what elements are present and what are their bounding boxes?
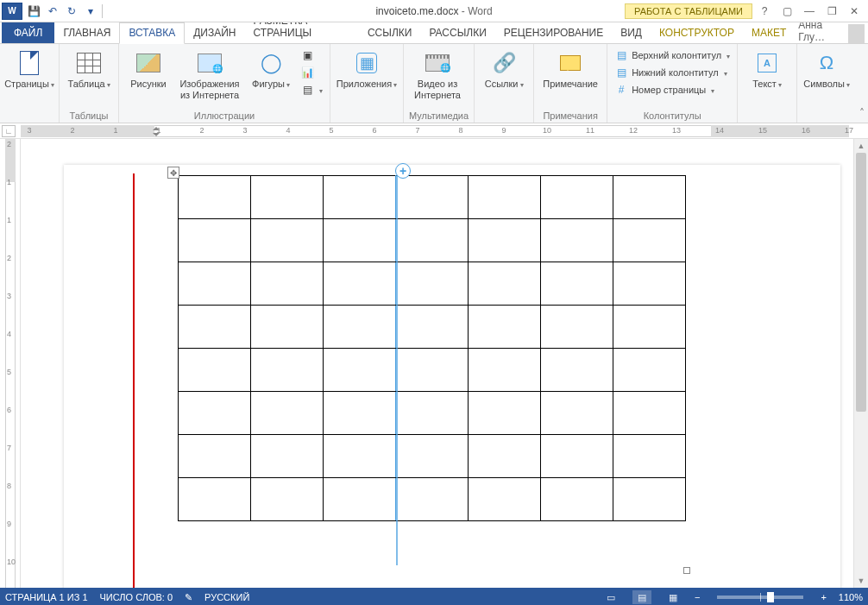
tab-вставка[interactable]: ВСТАВКА — [119, 22, 185, 44]
document-canvas[interactable]: ✥ + — [21, 139, 853, 588]
table-cell[interactable] — [251, 262, 324, 306]
table-cell[interactable] — [179, 219, 251, 262]
shapes-button[interactable]: ◯ Фигуры — [247, 47, 295, 90]
table-cell[interactable] — [541, 306, 613, 349]
table-cell[interactable] — [396, 349, 469, 392]
header-button[interactable]: ▤Верхний колонтитул — [613, 47, 732, 63]
document-table[interactable] — [178, 175, 686, 521]
table-cell[interactable] — [251, 349, 324, 392]
table-cell[interactable] — [179, 392, 251, 435]
table-cell[interactable] — [469, 435, 541, 478]
table-cell[interactable] — [324, 176, 396, 219]
minimize-button[interactable]: — — [799, 3, 820, 20]
tab-рецензирование[interactable]: РЕЦЕНЗИРОВАНИЕ — [495, 23, 612, 43]
footer-button[interactable]: ▤Нижний колонтитул — [613, 65, 732, 80]
table-cell[interactable] — [179, 478, 251, 521]
table-cell[interactable] — [251, 478, 324, 521]
table-cell[interactable] — [613, 219, 686, 262]
view-read-mode[interactable]: ▭ — [601, 590, 620, 604]
table-cell[interactable] — [469, 478, 541, 521]
view-web-layout[interactable]: ▦ — [664, 590, 682, 604]
table-cell[interactable] — [179, 306, 251, 349]
table-cell[interactable] — [396, 262, 469, 306]
zoom-slider[interactable] — [717, 596, 803, 599]
table-cell[interactable] — [469, 262, 541, 306]
tab-конструктор[interactable]: КОНСТРУКТОР — [651, 23, 743, 43]
zoom-slider-thumb[interactable] — [767, 592, 774, 602]
comment-button[interactable]: Примечание — [539, 47, 601, 90]
table-cell[interactable] — [613, 478, 686, 521]
tab-рассылки[interactable]: РАССЫЛКИ — [420, 23, 494, 43]
tab-главная[interactable]: ГЛАВНАЯ — [54, 23, 119, 43]
table-cell[interactable] — [324, 306, 396, 349]
scrollbar-thumb[interactable] — [856, 153, 866, 412]
tab-дизайн[interactable]: ДИЗАЙН — [185, 23, 244, 43]
table-cell[interactable] — [541, 478, 613, 521]
online-video-button[interactable]: Видео из Интернета — [409, 47, 466, 100]
page-number-button[interactable]: #Номер страницы — [613, 82, 732, 98]
vertical-scrollbar[interactable]: ▲ ▼ — [853, 139, 868, 588]
table-cell[interactable] — [613, 176, 686, 219]
symbols-button[interactable]: Ω Символы — [802, 47, 851, 90]
table-cell[interactable] — [324, 478, 396, 521]
pages-button[interactable]: Страницы — [5, 47, 53, 90]
collapse-ribbon-button[interactable]: ˄ — [856, 44, 868, 123]
apps-button[interactable]: ▦ Приложения — [336, 47, 398, 90]
tab-вид[interactable]: ВИД — [612, 23, 651, 43]
table-cell[interactable] — [251, 219, 324, 262]
table-cell[interactable] — [541, 219, 613, 262]
table-cell[interactable] — [251, 176, 324, 219]
table-cell[interactable] — [541, 262, 613, 306]
horizontal-ruler[interactable]: ∟ 3211234567891011121314151617 — [0, 123, 868, 139]
restore-button[interactable]: ❐ — [821, 3, 842, 20]
table-cell[interactable] — [469, 219, 541, 262]
ribbon-display-options[interactable]: ▢ — [777, 3, 797, 20]
table-cell[interactable] — [324, 219, 396, 262]
table-cell[interactable] — [396, 392, 469, 435]
table-cell[interactable] — [179, 349, 251, 392]
table-cell[interactable] — [396, 435, 469, 478]
table-cell[interactable] — [179, 435, 251, 478]
vertical-ruler[interactable]: 2112345678910 — [0, 139, 21, 588]
status-page[interactable]: СТРАНИЦА 1 ИЗ 1 — [5, 592, 88, 602]
table-cell[interactable] — [613, 262, 686, 306]
links-button[interactable]: 🔗 Ссылки — [480, 47, 528, 90]
help-button[interactable]: ? — [754, 3, 775, 20]
pictures-button[interactable]: Рисунки — [124, 47, 173, 90]
user-avatar[interactable] — [848, 24, 865, 43]
table-cell[interactable] — [613, 306, 686, 349]
tab-ссылки[interactable]: ССЫЛКИ — [359, 23, 420, 43]
zoom-level[interactable]: 110% — [839, 592, 863, 602]
zoom-in-button[interactable]: + — [821, 592, 826, 602]
table-cell[interactable] — [324, 349, 396, 392]
table-cell[interactable] — [613, 392, 686, 435]
tab-selector[interactable]: ∟ — [2, 125, 16, 137]
table-cell[interactable] — [469, 392, 541, 435]
table-cell[interactable] — [251, 435, 324, 478]
status-proofing[interactable]: ✎ — [185, 592, 192, 603]
insert-column-button[interactable]: + — [395, 163, 411, 179]
scroll-up-icon[interactable]: ▲ — [854, 139, 868, 153]
table-cell[interactable] — [396, 478, 469, 521]
undo-icon[interactable]: ↶ — [45, 3, 60, 19]
text-button[interactable]: A Текст — [743, 47, 791, 90]
table-cell[interactable] — [613, 349, 686, 392]
table-cell[interactable] — [324, 392, 396, 435]
table-cell[interactable] — [541, 435, 613, 478]
view-print-layout[interactable]: ▤ — [632, 590, 651, 604]
table-cell[interactable] — [324, 435, 396, 478]
table-cell[interactable] — [324, 262, 396, 306]
table-cell[interactable] — [179, 262, 251, 306]
table-cell[interactable] — [469, 349, 541, 392]
smartart-button[interactable]: ▣ — [299, 47, 324, 63]
table-cell[interactable] — [396, 176, 469, 219]
table-cell[interactable] — [613, 435, 686, 478]
chart-button[interactable]: 📊 — [299, 65, 324, 80]
table-cell[interactable] — [541, 349, 613, 392]
status-language[interactable]: РУССКИЙ — [204, 592, 249, 602]
qat-more-icon[interactable]: ▾ — [83, 3, 98, 19]
zoom-out-button[interactable]: − — [695, 592, 700, 602]
user-name[interactable]: Анна Глу… — [795, 19, 846, 43]
save-icon[interactable]: 💾 — [26, 3, 41, 19]
redo-icon[interactable]: ↻ — [64, 3, 79, 19]
